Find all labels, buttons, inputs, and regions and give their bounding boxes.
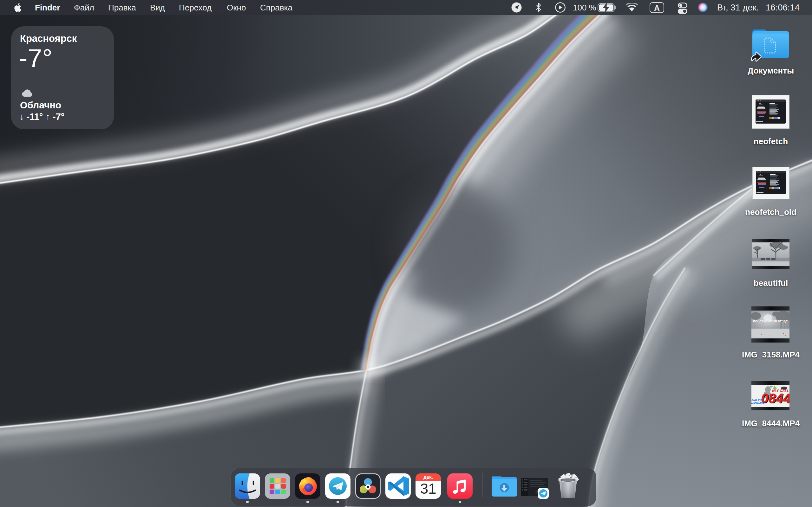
svg-text:ДЕК.: ДЕК.	[423, 475, 433, 480]
svg-text:ПОЦЕЛУЙ МЕНЯ ВЕЗДЕ: ПОЦЕЛУЙ МЕНЯ ВЕЗДЕ	[753, 320, 788, 323]
svg-text:DIAL FIOS: DIAL FIOS	[751, 399, 764, 401]
svg-text:0844: 0844	[761, 391, 790, 406]
svg-text:LANDLINE: LANDLINE	[751, 401, 764, 404]
svg-text:31: 31	[420, 481, 436, 497]
